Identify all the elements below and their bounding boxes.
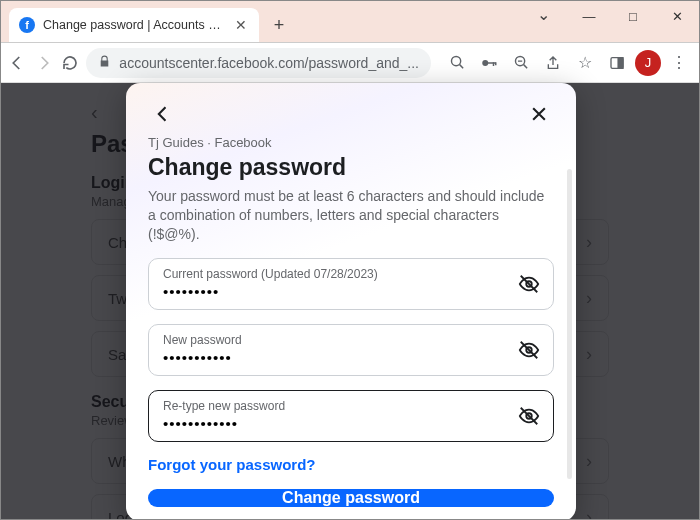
breadcrumb: Tj Guides · Facebook bbox=[148, 135, 554, 150]
facebook-favicon: f bbox=[19, 17, 35, 33]
nav-forward-button[interactable] bbox=[33, 49, 53, 77]
modal-back-button[interactable] bbox=[148, 99, 178, 129]
browser-toolbar: accountscenter.facebook.com/password_and… bbox=[1, 43, 699, 83]
svg-rect-3 bbox=[493, 62, 495, 66]
new-tab-button[interactable]: + bbox=[265, 11, 293, 39]
panel-icon[interactable] bbox=[603, 49, 631, 77]
browser-titlebar: f Change password | Accounts Cen ✕ + ⌄ —… bbox=[1, 1, 699, 43]
svg-point-1 bbox=[482, 60, 488, 66]
tabs-dropdown-icon[interactable]: ⌄ bbox=[521, 5, 565, 24]
modal-title: Change password bbox=[148, 154, 554, 181]
svg-point-0 bbox=[451, 56, 460, 65]
browser-tab[interactable]: f Change password | Accounts Cen ✕ bbox=[9, 8, 259, 42]
svg-rect-7 bbox=[618, 57, 623, 68]
svg-rect-4 bbox=[495, 62, 497, 65]
change-password-modal: Tj Guides · Facebook Change password You… bbox=[126, 83, 576, 520]
new-password-field[interactable]: New password bbox=[148, 324, 554, 376]
change-password-button[interactable]: Change password bbox=[148, 489, 554, 507]
bookmark-star-icon[interactable]: ☆ bbox=[571, 49, 599, 77]
scrollbar[interactable] bbox=[567, 169, 572, 479]
lock-icon bbox=[98, 55, 111, 71]
retype-password-field[interactable]: Re-type new password bbox=[148, 390, 554, 442]
window-close-button[interactable]: ✕ bbox=[655, 1, 699, 31]
window-maximize-button[interactable]: □ bbox=[611, 1, 655, 31]
field-label: Current password (Updated 07/28/2023) bbox=[163, 267, 509, 281]
eye-off-icon[interactable] bbox=[515, 270, 543, 298]
nav-reload-button[interactable] bbox=[60, 49, 80, 77]
url-text: accountscenter.facebook.com/password_and… bbox=[119, 55, 419, 71]
modal-description: Your password must be at least 6 charact… bbox=[148, 187, 554, 244]
profile-avatar[interactable]: J bbox=[635, 50, 661, 76]
key-icon[interactable] bbox=[475, 49, 503, 77]
svg-rect-2 bbox=[488, 62, 496, 64]
menu-icon[interactable]: ⋮ bbox=[665, 49, 693, 77]
search-icon[interactable] bbox=[443, 49, 471, 77]
window-minimize-button[interactable]: — bbox=[567, 1, 611, 31]
zoom-icon[interactable] bbox=[507, 49, 535, 77]
field-label: Re-type new password bbox=[163, 399, 509, 413]
tab-title: Change password | Accounts Cen bbox=[43, 18, 227, 32]
current-password-field[interactable]: Current password (Updated 07/28/2023) bbox=[148, 258, 554, 310]
retype-password-input[interactable] bbox=[163, 415, 509, 432]
eye-off-icon[interactable] bbox=[515, 336, 543, 364]
field-label: New password bbox=[163, 333, 509, 347]
current-password-input[interactable] bbox=[163, 283, 509, 300]
share-icon[interactable] bbox=[539, 49, 567, 77]
eye-off-icon[interactable] bbox=[515, 402, 543, 430]
nav-back-button[interactable] bbox=[7, 49, 27, 77]
tab-close-icon[interactable]: ✕ bbox=[235, 17, 247, 33]
new-password-input[interactable] bbox=[163, 349, 509, 366]
address-bar[interactable]: accountscenter.facebook.com/password_and… bbox=[86, 48, 431, 78]
window-controls: — □ ✕ bbox=[567, 1, 699, 31]
forgot-password-link[interactable]: Forgot your password? bbox=[148, 456, 554, 473]
modal-close-button[interactable] bbox=[524, 99, 554, 129]
